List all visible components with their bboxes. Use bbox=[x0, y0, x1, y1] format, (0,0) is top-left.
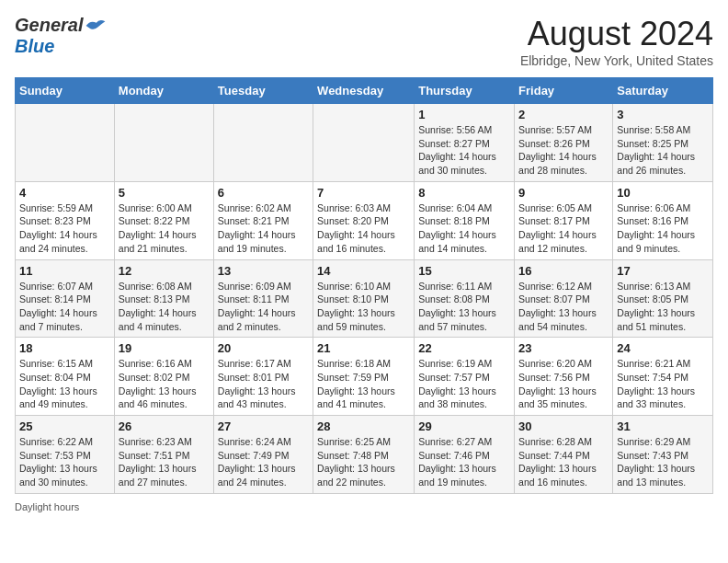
calendar-week-row: 1Sunrise: 5:56 AM Sunset: 8:27 PM Daylig… bbox=[16, 104, 713, 182]
calendar-table: SundayMondayTuesdayWednesdayThursdayFrid… bbox=[15, 77, 713, 494]
day-number: 22 bbox=[418, 341, 510, 355]
calendar-cell: 20Sunrise: 6:17 AM Sunset: 8:01 PM Dayli… bbox=[213, 338, 313, 416]
calendar-week-row: 25Sunrise: 6:22 AM Sunset: 7:53 PM Dayli… bbox=[16, 416, 713, 494]
calendar-cell: 1Sunrise: 5:56 AM Sunset: 8:27 PM Daylig… bbox=[415, 104, 515, 182]
day-number: 20 bbox=[218, 341, 309, 355]
day-info: Sunrise: 6:24 AM Sunset: 7:49 PM Dayligh… bbox=[218, 435, 309, 489]
calendar-day-header: Friday bbox=[515, 78, 613, 104]
day-info: Sunrise: 5:56 AM Sunset: 8:27 PM Dayligh… bbox=[418, 123, 510, 178]
calendar-cell: 7Sunrise: 6:03 AM Sunset: 8:20 PM Daylig… bbox=[313, 181, 415, 259]
day-info: Sunrise: 6:18 AM Sunset: 7:59 PM Dayligh… bbox=[317, 357, 410, 411]
day-info: Sunrise: 6:04 AM Sunset: 8:18 PM Dayligh… bbox=[418, 201, 510, 256]
logo-bird-icon bbox=[85, 17, 107, 35]
day-number: 7 bbox=[317, 186, 410, 200]
day-number: 6 bbox=[218, 186, 309, 200]
calendar-cell: 18Sunrise: 6:15 AM Sunset: 8:04 PM Dayli… bbox=[16, 338, 115, 416]
day-info: Sunrise: 6:19 AM Sunset: 7:57 PM Dayligh… bbox=[418, 357, 510, 411]
calendar-cell: 28Sunrise: 6:25 AM Sunset: 7:48 PM Dayli… bbox=[313, 416, 415, 494]
day-info: Sunrise: 5:59 AM Sunset: 8:23 PM Dayligh… bbox=[19, 201, 110, 256]
calendar-cell bbox=[114, 104, 213, 182]
day-number: 14 bbox=[317, 264, 410, 278]
calendar-cell: 25Sunrise: 6:22 AM Sunset: 7:53 PM Dayli… bbox=[16, 416, 115, 494]
calendar-week-row: 18Sunrise: 6:15 AM Sunset: 8:04 PM Dayli… bbox=[16, 338, 713, 416]
calendar-day-header: Monday bbox=[114, 78, 213, 104]
day-number: 17 bbox=[617, 264, 709, 278]
calendar-cell bbox=[16, 104, 115, 182]
day-info: Sunrise: 6:27 AM Sunset: 7:46 PM Dayligh… bbox=[418, 435, 510, 489]
day-number: 27 bbox=[218, 419, 309, 433]
calendar-cell: 12Sunrise: 6:08 AM Sunset: 8:13 PM Dayli… bbox=[114, 259, 213, 338]
calendar-day-header: Saturday bbox=[613, 78, 713, 104]
calendar-cell bbox=[213, 104, 313, 182]
day-number: 21 bbox=[317, 341, 410, 355]
calendar-cell: 22Sunrise: 6:19 AM Sunset: 7:57 PM Dayli… bbox=[415, 338, 515, 416]
day-number: 3 bbox=[617, 108, 709, 121]
day-number: 19 bbox=[119, 341, 210, 355]
header: General Blue August 2024 Elbridge, New Y… bbox=[15, 15, 713, 68]
day-number: 1 bbox=[418, 108, 510, 121]
day-number: 10 bbox=[617, 186, 709, 200]
day-number: 5 bbox=[119, 186, 210, 200]
day-info: Sunrise: 6:05 AM Sunset: 8:17 PM Dayligh… bbox=[518, 201, 609, 256]
day-info: Sunrise: 5:58 AM Sunset: 8:25 PM Dayligh… bbox=[617, 123, 709, 178]
day-number: 18 bbox=[19, 341, 110, 355]
day-number: 2 bbox=[518, 108, 609, 121]
day-number: 29 bbox=[418, 419, 510, 433]
calendar-cell: 5Sunrise: 6:00 AM Sunset: 8:22 PM Daylig… bbox=[114, 181, 213, 259]
calendar-cell: 11Sunrise: 6:07 AM Sunset: 8:14 PM Dayli… bbox=[16, 259, 115, 338]
day-info: Sunrise: 6:07 AM Sunset: 8:14 PM Dayligh… bbox=[19, 280, 110, 334]
day-number: 4 bbox=[19, 186, 110, 200]
day-number: 24 bbox=[617, 341, 709, 355]
footer-note: Daylight hours bbox=[15, 501, 713, 512]
day-info: Sunrise: 6:13 AM Sunset: 8:05 PM Dayligh… bbox=[617, 280, 709, 334]
day-number: 30 bbox=[518, 419, 609, 433]
calendar-cell: 19Sunrise: 6:16 AM Sunset: 8:02 PM Dayli… bbox=[114, 338, 213, 416]
calendar-cell: 2Sunrise: 5:57 AM Sunset: 8:26 PM Daylig… bbox=[515, 104, 613, 182]
calendar-cell: 24Sunrise: 6:21 AM Sunset: 7:54 PM Dayli… bbox=[613, 338, 713, 416]
day-info: Sunrise: 6:23 AM Sunset: 7:51 PM Dayligh… bbox=[119, 435, 210, 489]
calendar-cell: 30Sunrise: 6:28 AM Sunset: 7:44 PM Dayli… bbox=[515, 416, 613, 494]
calendar-header-row: SundayMondayTuesdayWednesdayThursdayFrid… bbox=[16, 78, 713, 104]
calendar-cell bbox=[313, 104, 415, 182]
day-number: 26 bbox=[119, 419, 210, 433]
day-info: Sunrise: 6:08 AM Sunset: 8:13 PM Dayligh… bbox=[119, 280, 210, 334]
day-number: 31 bbox=[617, 419, 709, 433]
logo: General Blue bbox=[15, 15, 107, 57]
day-info: Sunrise: 6:03 AM Sunset: 8:20 PM Dayligh… bbox=[317, 201, 410, 256]
day-info: Sunrise: 6:06 AM Sunset: 8:16 PM Dayligh… bbox=[617, 201, 709, 256]
calendar-day-header: Sunday bbox=[16, 78, 115, 104]
day-info: Sunrise: 6:12 AM Sunset: 8:07 PM Dayligh… bbox=[518, 280, 609, 334]
day-info: Sunrise: 6:22 AM Sunset: 7:53 PM Dayligh… bbox=[19, 435, 110, 489]
calendar-week-row: 11Sunrise: 6:07 AM Sunset: 8:14 PM Dayli… bbox=[16, 259, 713, 338]
title-area: August 2024 Elbridge, New York, United S… bbox=[520, 15, 713, 68]
calendar-cell: 4Sunrise: 5:59 AM Sunset: 8:23 PM Daylig… bbox=[16, 181, 115, 259]
day-info: Sunrise: 6:16 AM Sunset: 8:02 PM Dayligh… bbox=[119, 357, 210, 411]
logo-blue-text: Blue bbox=[15, 36, 54, 56]
calendar-cell: 3Sunrise: 5:58 AM Sunset: 8:25 PM Daylig… bbox=[613, 104, 713, 182]
calendar-body: 1Sunrise: 5:56 AM Sunset: 8:27 PM Daylig… bbox=[16, 104, 713, 494]
day-number: 28 bbox=[317, 419, 410, 433]
day-number: 15 bbox=[418, 264, 510, 278]
calendar-cell: 23Sunrise: 6:20 AM Sunset: 7:56 PM Dayli… bbox=[515, 338, 613, 416]
day-info: Sunrise: 6:00 AM Sunset: 8:22 PM Dayligh… bbox=[119, 201, 210, 256]
calendar-cell: 14Sunrise: 6:10 AM Sunset: 8:10 PM Dayli… bbox=[313, 259, 415, 338]
calendar-cell: 8Sunrise: 6:04 AM Sunset: 8:18 PM Daylig… bbox=[415, 181, 515, 259]
day-info: Sunrise: 6:11 AM Sunset: 8:08 PM Dayligh… bbox=[418, 280, 510, 334]
day-number: 13 bbox=[218, 264, 309, 278]
calendar-day-header: Thursday bbox=[415, 78, 515, 104]
day-info: Sunrise: 6:09 AM Sunset: 8:11 PM Dayligh… bbox=[218, 280, 309, 334]
day-info: Sunrise: 6:21 AM Sunset: 7:54 PM Dayligh… bbox=[617, 357, 709, 411]
day-info: Sunrise: 6:02 AM Sunset: 8:21 PM Dayligh… bbox=[218, 201, 309, 256]
day-info: Sunrise: 6:28 AM Sunset: 7:44 PM Dayligh… bbox=[518, 435, 609, 489]
day-number: 8 bbox=[418, 186, 510, 200]
calendar-cell: 16Sunrise: 6:12 AM Sunset: 8:07 PM Dayli… bbox=[515, 259, 613, 338]
day-info: Sunrise: 5:57 AM Sunset: 8:26 PM Dayligh… bbox=[518, 123, 609, 178]
calendar-title: August 2024 bbox=[520, 15, 713, 53]
calendar-cell: 27Sunrise: 6:24 AM Sunset: 7:49 PM Dayli… bbox=[213, 416, 313, 494]
calendar-cell: 6Sunrise: 6:02 AM Sunset: 8:21 PM Daylig… bbox=[213, 181, 313, 259]
logo-general-text: General bbox=[15, 15, 83, 36]
calendar-cell: 31Sunrise: 6:29 AM Sunset: 7:43 PM Dayli… bbox=[613, 416, 713, 494]
day-number: 25 bbox=[19, 419, 110, 433]
calendar-cell: 15Sunrise: 6:11 AM Sunset: 8:08 PM Dayli… bbox=[415, 259, 515, 338]
day-info: Sunrise: 6:20 AM Sunset: 7:56 PM Dayligh… bbox=[518, 357, 609, 411]
